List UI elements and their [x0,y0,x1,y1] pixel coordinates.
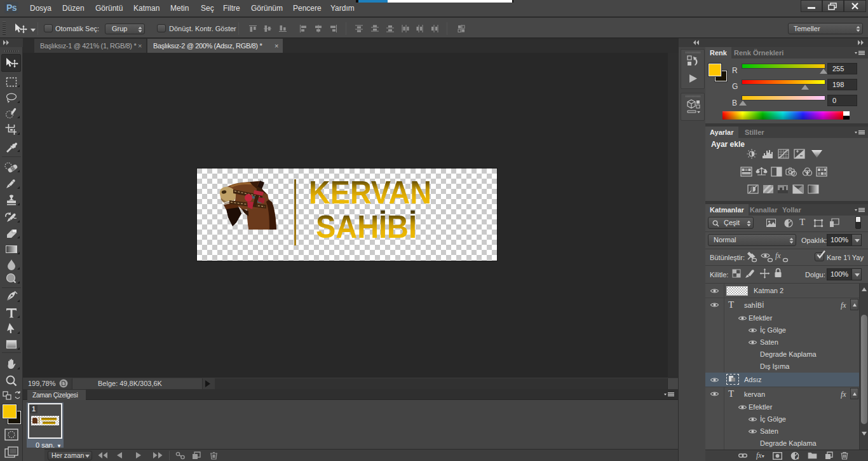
svg-text:KERVAN: KERVAN [309,175,431,210]
svg-text:SAHİBİ: SAHİBİ [316,209,417,245]
svg-text:▾: ▾ [797,456,799,460]
svg-text:fx: fx [775,252,781,260]
